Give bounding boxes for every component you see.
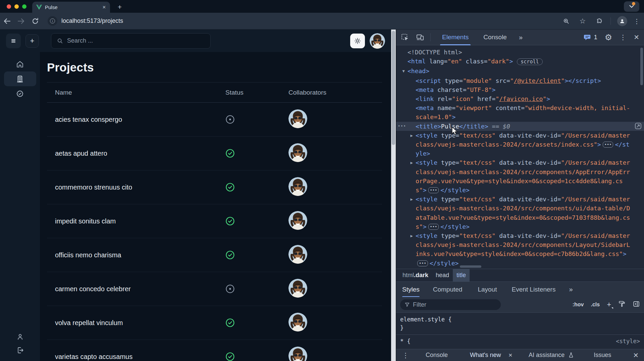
window-controls[interactable] <box>7 4 26 9</box>
table-row[interactable]: varietas capto accusamus <box>47 340 382 361</box>
drawer-tab-ai-assistance[interactable]: AI assistance <box>529 352 565 359</box>
toggle-hov[interactable]: :hov <box>573 302 584 308</box>
more-tabs-icon[interactable]: » <box>519 34 523 41</box>
drawer-tab-issues[interactable]: Issues <box>594 352 611 359</box>
devtools-vertical-scrollbar[interactable] <box>640 48 643 85</box>
column-header-name[interactable]: Name <box>47 89 199 96</box>
tab-styles[interactable]: Styles <box>402 282 420 297</box>
tab-console[interactable]: Console <box>483 30 507 45</box>
sidebar-item-home[interactable] <box>4 57 36 71</box>
dom-node[interactable]: <link rel="icon" href="/favicon.ico"> <box>396 94 644 103</box>
back-button[interactable] <box>2 16 12 26</box>
zoom-icon[interactable] <box>561 16 571 26</box>
devtools-horizontal-scrollbar[interactable] <box>460 265 481 268</box>
column-header-collaborators[interactable]: Collaborators <box>262 89 382 96</box>
breadcrumb-item-html[interactable]: html.dark <box>399 269 432 281</box>
extensions-icon[interactable] <box>594 16 604 26</box>
styles-filter-input[interactable]: Filter <box>400 299 501 310</box>
dom-node[interactable]: ▶<style type="text/css" data-vite-dev-id… <box>396 231 644 268</box>
collaborator-avatar[interactable] <box>288 109 307 128</box>
new-style-rule-button[interactable]: + <box>607 301 611 308</box>
expand-arrow-right-icon[interactable]: ▶ <box>408 231 416 268</box>
dom-node[interactable]: <!DOCTYPE html> <box>396 48 644 57</box>
sidebar-item-tasks[interactable] <box>4 86 36 101</box>
forward-button[interactable] <box>16 16 26 26</box>
window-zoom-button[interactable] <box>22 4 26 9</box>
drawer-tab-console[interactable]: Console <box>426 352 448 359</box>
collaborator-avatar[interactable] <box>288 177 307 196</box>
gear-icon[interactable]: ⚙ <box>605 33 612 42</box>
expand-arrow-right-icon[interactable]: ▶ <box>408 131 416 158</box>
inspect-element-icon[interactable] <box>401 33 409 42</box>
dom-tree[interactable]: <!DOCTYPE html><html lang="en" class="da… <box>396 45 644 269</box>
browser-tab[interactable]: Pulse ✕ <box>32 2 110 13</box>
collaborator-avatar[interactable] <box>288 347 307 361</box>
tab-layout[interactable]: Layout <box>478 282 497 297</box>
window-minimize-button[interactable] <box>14 4 19 9</box>
site-info-button[interactable]: i <box>48 16 57 26</box>
reload-button[interactable] <box>30 16 40 26</box>
theme-toggle-button[interactable] <box>350 34 365 48</box>
issues-counter[interactable]: 1 <box>584 34 597 41</box>
tab-elements[interactable]: Elements <box>442 30 469 45</box>
dom-node[interactable]: ▶<style type="text/css" data-vite-dev-id… <box>396 195 644 231</box>
style-source-link[interactable]: <style> <box>616 337 640 346</box>
column-header-status[interactable]: Status <box>199 89 262 96</box>
url-bar[interactable]: localhost:5173/projects <box>61 17 123 24</box>
drawer-close-icon[interactable]: ✕ <box>633 351 639 359</box>
table-row[interactable]: impedit sonitus clam <box>47 204 382 238</box>
universal-rule[interactable]: * { <style> <box>396 335 644 346</box>
devtools-close-icon[interactable]: ✕ <box>634 33 639 41</box>
dock-side-icon[interactable] <box>633 300 640 309</box>
drawer-tab-whats-new[interactable]: What's new <box>470 352 501 359</box>
devtools-menu-icon[interactable]: ⋮ <box>620 33 626 41</box>
table-row[interactable]: volva repellat vinculum <box>47 306 382 340</box>
close-whats-new-icon[interactable]: ✕ <box>508 352 513 358</box>
page-scrollbar[interactable] <box>391 30 396 361</box>
new-tab-button[interactable]: + <box>115 2 125 12</box>
sidebar-item-projects[interactable] <box>4 71 36 86</box>
toggle-cls[interactable]: .cls <box>591 302 600 308</box>
create-project-button[interactable]: + <box>25 34 39 48</box>
expand-arrow-right-icon[interactable]: ▶ <box>408 158 416 195</box>
dom-node[interactable]: ▼<head> <box>396 66 644 76</box>
table-row[interactable]: commemoro strenuus cito <box>47 170 382 204</box>
table-row[interactable]: aetas apud attero <box>47 137 382 170</box>
breadcrumb-item-head[interactable]: head <box>432 269 453 281</box>
collaborator-avatar[interactable] <box>288 313 307 331</box>
collaborator-avatar[interactable] <box>288 211 307 230</box>
menu-toggle-button[interactable] <box>6 34 21 48</box>
paint-roller-icon[interactable] <box>618 300 626 309</box>
collaborator-avatar[interactable] <box>288 279 307 298</box>
dom-node[interactable]: ▶<style type="text/css" data-vite-dev-id… <box>396 158 644 195</box>
expand-arrow-right-icon[interactable]: ▶ <box>408 195 416 231</box>
window-close-button[interactable] <box>7 4 11 9</box>
bookmark-star-icon[interactable]: ☆ <box>578 16 588 26</box>
collaborator-avatar[interactable] <box>288 245 307 264</box>
sidebar-item-signout[interactable] <box>4 344 36 357</box>
search-input[interactable]: Search ... <box>51 33 211 49</box>
dom-node[interactable]: <script type="module" src="/@vite/client… <box>396 76 644 85</box>
browser-dropdown-button[interactable] <box>624 1 639 12</box>
drawer-menu-icon[interactable]: ⋮ <box>402 351 409 359</box>
table-row[interactable]: carmen concedo celebrer <box>47 272 382 306</box>
table-row[interactable]: officiis nemo charisma <box>47 238 382 272</box>
expand-arrow-down-icon[interactable]: ▼ <box>399 66 408 76</box>
scrollbar-thumb[interactable] <box>392 31 395 145</box>
dom-node[interactable]: <meta name="viewport" content="width=dev… <box>396 103 644 121</box>
collaborator-avatar[interactable] <box>288 143 307 162</box>
tab-close-icon[interactable]: ✕ <box>102 5 106 10</box>
dom-node[interactable]: <title>Pulse</title> == $0••• <box>396 122 644 131</box>
dom-node[interactable]: <html lang="en" class="dark">scroll <box>396 57 644 66</box>
dom-node[interactable]: ▶<style type="text/css" data-vite-dev-id… <box>396 131 644 158</box>
user-avatar[interactable] <box>370 33 385 49</box>
scroll-into-view-icon[interactable] <box>635 122 642 132</box>
more-sidebar-tabs-icon[interactable]: » <box>569 286 573 293</box>
tab-computed[interactable]: Computed <box>433 282 463 297</box>
table-row[interactable]: acies tenax conspergo <box>47 103 382 137</box>
profile-button[interactable] <box>617 16 627 26</box>
device-toolbar-icon[interactable] <box>416 33 424 42</box>
sidebar-item-account[interactable] <box>4 330 36 344</box>
breadcrumb-item-title[interactable]: title <box>453 269 470 281</box>
tab-event-listeners[interactable]: Event Listeners <box>512 282 555 297</box>
